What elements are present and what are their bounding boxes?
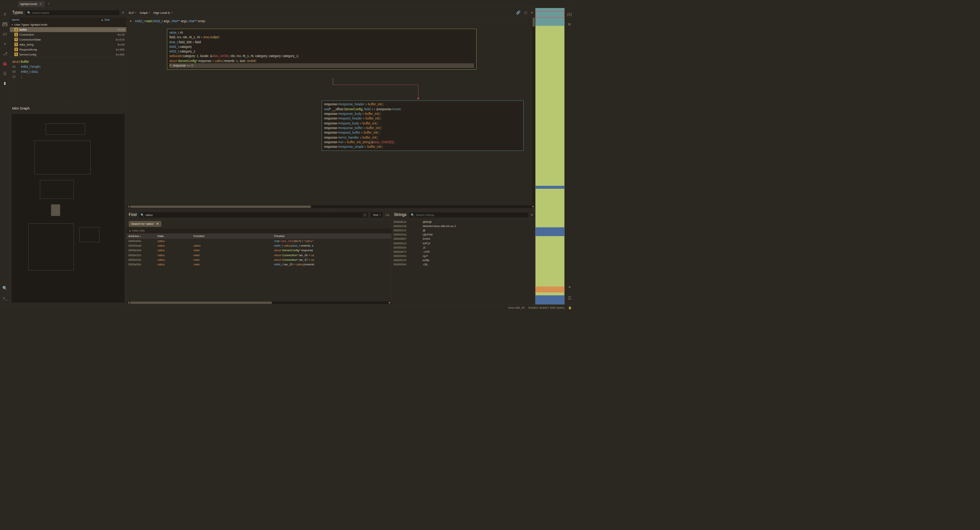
menu-icon[interactable]: ≡: [122, 11, 124, 15]
scroll-right-icon[interactable]: ▶: [388, 301, 391, 304]
left-panel: Types 🔍 ≡ Name ▴ Size ▾ User Types: ligh…: [10, 8, 127, 304]
hierarchy-icon[interactable]: ⬍: [0, 79, 10, 88]
find-panel: Find 🔍 ⓧ Text▾ Aa Search for 'calloc': [127, 210, 392, 304]
type-row[interactable]: SServerConfig0x468: [10, 52, 126, 57]
case-sensitive-toggle[interactable]: Aa: [385, 213, 389, 216]
bug-icon[interactable]: 🐞: [0, 59, 10, 68]
types-search-input[interactable]: [32, 11, 118, 15]
type-group-row[interactable]: ▾ User Types: lighttpd.bndb: [10, 23, 126, 27]
branch-icon[interactable]: ⎇: [0, 49, 10, 58]
stack-icon[interactable]: ☰: [0, 69, 10, 78]
console-icon[interactable]: >_: [0, 293, 10, 302]
file-tab[interactable]: lighttpd.bndb ✕: [18, 1, 44, 7]
search-rail-icon[interactable]: 🔍: [0, 284, 10, 293]
graph-vscroll[interactable]: [532, 18, 535, 205]
split-icon[interactable]: ◫: [524, 11, 528, 15]
lower-panels: Find 🔍 ⓧ Text▾ Aa Search for 'calloc': [127, 210, 536, 304]
find-table-header: Address▾ Data Function Preview: [127, 234, 392, 239]
string-row[interactable]: 00000238/lib64/ld-linux-x86-64.so.2: [392, 224, 535, 228]
title-bar: ← → lighttpd.bndb ✕ +: [0, 0, 574, 8]
find-input[interactable]: [139, 212, 368, 218]
view-mode-dropdown[interactable]: Graph▾: [140, 11, 150, 15]
graph-view[interactable]: ✦ int32_t main(int32_t argc, char** argv…: [127, 18, 536, 205]
string-row[interactable]: 00000034@8\t@: [392, 220, 535, 224]
col-size[interactable]: Size: [104, 18, 124, 21]
type-row[interactable]: SConnection0x18: [10, 32, 126, 37]
col-preview[interactable]: Preview: [274, 234, 390, 238]
find-hscroll[interactable]: ◀ ▶: [127, 301, 392, 304]
close-icon[interactable]: ✕: [39, 2, 42, 6]
graph-block[interactable]: response->response_header = buffer_init(…: [322, 101, 523, 151]
clear-icon[interactable]: ⓧ: [363, 213, 366, 217]
quote-icon[interactable]: ❞: [565, 284, 575, 293]
location-icon[interactable]: ⌖: [0, 39, 10, 48]
find-title: Find: [129, 213, 137, 217]
layers-icon[interactable]: ≋: [565, 20, 575, 29]
file-type-dropdown[interactable]: ELF▾: [129, 11, 136, 15]
nav-back-button[interactable]: ←: [2, 1, 8, 7]
feature-map[interactable]: [535, 8, 564, 304]
string-row[interactable]: 00000816\tJF)V: [392, 241, 535, 245]
types-icon[interactable]: {T}: [0, 20, 10, 29]
find-result-row[interactable]: 0000a52bcallocmainstruct Connection* rax…: [127, 253, 392, 257]
strings-search-box[interactable]: 🔍: [409, 212, 529, 218]
type-row[interactable]: Sdata_string0x48: [10, 42, 126, 47]
string-row[interactable]: 00000872~d?R: [392, 250, 535, 254]
nav-forward-button[interactable]: →: [10, 1, 16, 7]
find-type-dropdown[interactable]: Text▾: [371, 212, 383, 218]
string-row[interactable]: 0000032a(@Z%0: [392, 232, 535, 237]
types-search-box[interactable]: 🔍: [25, 10, 120, 16]
menu-icon[interactable]: ≡: [531, 213, 533, 217]
types-list: Name ▴ Size ▾ User Types: lighttpd.bndb …: [10, 18, 126, 57]
tab-title: lighttpd.bndb: [20, 2, 37, 6]
strings-panel: Strings 🔍 ≡ 00000034@8\t@00000238/lib64/…: [392, 210, 535, 304]
types-panel-header: Types 🔍 ≡: [10, 8, 126, 18]
list-icon[interactable]: ☰: [565, 293, 575, 302]
link-icon[interactable]: 🔗: [516, 11, 521, 15]
variable-icon[interactable]: (x): [565, 10, 575, 19]
mini-graph[interactable]: [11, 114, 124, 303]
string-row[interactable]: 0000083b,E-`: [392, 245, 535, 249]
type-row[interactable]: SBuffer0x10: [10, 27, 126, 32]
string-row[interactable]: 00000994-D8,: [392, 262, 535, 267]
find-input-wrap: 🔍 ⓧ: [139, 212, 368, 218]
lock-icon[interactable]: 🔒: [568, 306, 572, 309]
type-row[interactable]: SConnectionState0x428: [10, 37, 126, 42]
find-result-row[interactable]: 0000a54bcallocmainstruct Connection* rax…: [127, 257, 392, 262]
graph-block[interactable]: ssize_t r9field, rcx, rdx, r8_1, r9 = ti…: [167, 29, 477, 70]
menu-icon[interactable]: ≡: [531, 11, 533, 15]
il-level-dropdown[interactable]: High Level IL▾: [154, 11, 173, 15]
function-signature: ✦ int32_t main(int32_t argc, char** argv…: [129, 19, 206, 23]
string-row[interactable]: 0000096dJy.F: [392, 254, 535, 258]
col-function[interactable]: Function: [193, 234, 274, 238]
find-filter-row[interactable]: ▸Filter (50): [127, 228, 392, 234]
new-tab-button[interactable]: +: [46, 2, 52, 6]
left-tool-rail: # {T} 🏷 ⌖ ⎇ 🐞 ☰ ⬍ 🔍 >_: [0, 8, 10, 304]
scroll-left-icon[interactable]: ◀: [127, 205, 130, 208]
struct-tag-icon: S: [15, 33, 18, 36]
string-row[interactable]: 00000807Zmh4: [392, 237, 535, 241]
find-result-row[interactable]: 0000a3a9callocmainstruct ServerConfig* r…: [127, 248, 392, 253]
string-row[interactable]: 000002c3 @: [392, 228, 535, 232]
struct-tag-icon: S: [15, 38, 18, 41]
find-result-row[interactable]: 00009ea0calloccallocint64_t calloc(size_…: [127, 243, 392, 248]
strings-search-input[interactable]: [416, 213, 527, 217]
mini-graph-title: Mini Graph: [12, 106, 30, 111]
sparkle-icon: ✦: [129, 19, 132, 23]
scroll-left-icon[interactable]: ◀: [127, 301, 130, 304]
close-icon[interactable]: ✕: [156, 222, 158, 226]
col-data[interactable]: Data: [157, 234, 193, 238]
col-address[interactable]: Address▾: [128, 234, 157, 238]
find-result-row[interactable]: 0000484bcallocchar data_484b[0x7] = "cal…: [127, 239, 392, 243]
col-name[interactable]: Name: [11, 18, 101, 21]
hash-icon[interactable]: #: [0, 10, 10, 19]
type-row[interactable]: SRequestArray0x388: [10, 47, 126, 52]
find-result-row[interactable]: 0000a56bcallocmainint64_t rax_25 = callo…: [127, 262, 392, 267]
scroll-right-icon[interactable]: ▶: [532, 205, 535, 208]
types-table-header: Name ▴ Size: [10, 18, 126, 23]
string-row[interactable]: 00000976w2$s: [392, 258, 535, 262]
search-chip[interactable]: Search for 'calloc' ✕: [129, 221, 161, 227]
tag-icon[interactable]: 🏷: [0, 29, 10, 38]
strings-title: Strings: [394, 213, 407, 217]
right-tool-rail: (x) ≋ ❞ ☰: [564, 8, 574, 304]
